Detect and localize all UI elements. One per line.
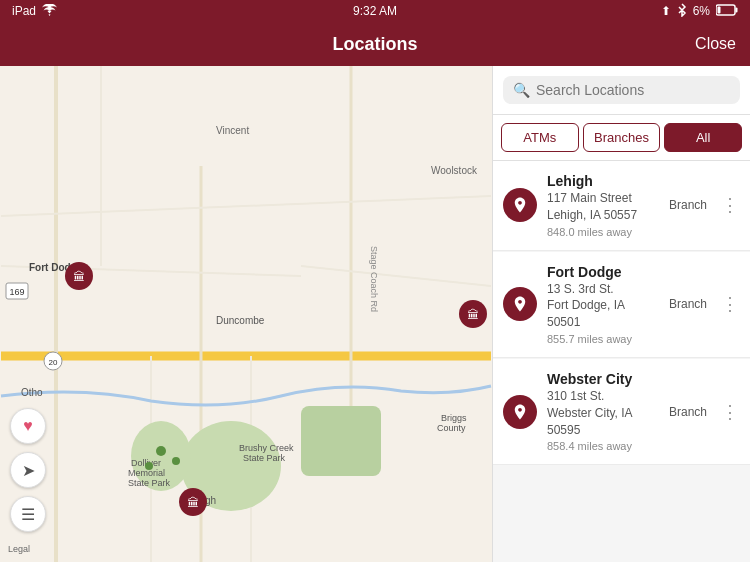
svg-text:🏛: 🏛 <box>467 308 479 322</box>
svg-text:20: 20 <box>49 358 58 367</box>
search-icon: 🔍 <box>513 82 530 98</box>
list-item[interactable]: Fort Dodge 13 S. 3rd St.Fort Dodge, IA 5… <box>493 252 750 358</box>
search-input[interactable] <box>536 82 730 98</box>
location-name: Webster City <box>547 371 659 387</box>
right-panel: 🔍 ATMs Branches All Lehigh 117 Main Stre… <box>492 66 750 562</box>
svg-text:Woolstock: Woolstock <box>431 165 478 176</box>
svg-text:Stage Coach Rd: Stage Coach Rd <box>369 246 379 312</box>
battery-label: 6% <box>693 4 710 18</box>
svg-point-45 <box>145 462 153 470</box>
favorites-button[interactable]: ♥ <box>10 408 46 444</box>
svg-text:Vincent: Vincent <box>216 125 249 136</box>
wifi-icon <box>42 4 57 19</box>
tab-branches[interactable]: Branches <box>583 123 661 152</box>
location-address: 117 Main StreetLehigh, IA 50557 <box>547 190 659 224</box>
location-pin-icon <box>503 188 537 222</box>
svg-text:State Park: State Park <box>243 453 286 463</box>
svg-text:169: 169 <box>9 287 24 297</box>
svg-text:Briggs: Briggs <box>441 413 467 423</box>
search-input-wrap[interactable]: 🔍 <box>503 76 740 104</box>
legal-text: Legal <box>8 544 30 554</box>
heart-icon: ♥ <box>23 417 33 435</box>
title-bar: Locations Close <box>0 22 750 66</box>
more-options-button[interactable]: ⋮ <box>717 401 740 423</box>
svg-text:🏛: 🏛 <box>73 270 85 284</box>
location-type: Branch <box>669 198 707 212</box>
list-button[interactable]: ☰ <box>10 496 46 532</box>
location-info: Webster City 310 1st St.Webster City, IA… <box>547 371 659 452</box>
location-type: Branch <box>669 405 707 419</box>
status-bar: iPad 9:32 AM ⬆ 6% <box>0 0 750 22</box>
status-right: ⬆ 6% <box>661 3 738 20</box>
status-time: 9:32 AM <box>353 4 397 18</box>
map-svg: Stage Coach Rd Vincent Woolstock Fort Do… <box>0 66 492 562</box>
search-box: 🔍 <box>493 66 750 115</box>
map-controls: ♥ ➤ ☰ <box>10 408 46 532</box>
filter-tabs: ATMs Branches All <box>493 115 750 161</box>
navigation-icon: ➤ <box>22 461 35 480</box>
map-area[interactable]: Stage Coach Rd Vincent Woolstock Fort Do… <box>0 66 492 562</box>
location-icon: ⬆ <box>661 4 671 18</box>
location-pin-icon <box>503 395 537 429</box>
more-options-button[interactable]: ⋮ <box>717 194 740 216</box>
location-name: Lehigh <box>547 173 659 189</box>
status-left: iPad <box>12 4 57 19</box>
main-layout: Stage Coach Rd Vincent Woolstock Fort Do… <box>0 66 750 562</box>
svg-text:Otho: Otho <box>21 387 43 398</box>
tab-all[interactable]: All <box>664 123 742 152</box>
location-distance: 848.0 miles away <box>547 226 659 238</box>
svg-text:County: County <box>437 423 466 433</box>
svg-text:Brushy Creek: Brushy Creek <box>239 443 294 453</box>
location-pin-icon <box>503 287 537 321</box>
location-info: Fort Dodge 13 S. 3rd St.Fort Dodge, IA 5… <box>547 264 659 345</box>
location-address: 310 1st St.Webster City, IA 50595 <box>547 388 659 438</box>
svg-rect-2 <box>718 6 721 13</box>
more-options-button[interactable]: ⋮ <box>717 293 740 315</box>
location-name: Fort Dodge <box>547 264 659 280</box>
location-info: Lehigh 117 Main StreetLehigh, IA 50557 8… <box>547 173 659 238</box>
location-distance: 858.4 miles away <box>547 440 659 452</box>
list-icon: ☰ <box>21 505 35 524</box>
device-label: iPad <box>12 4 36 18</box>
location-button[interactable]: ➤ <box>10 452 46 488</box>
location-list: Lehigh 117 Main StreetLehigh, IA 50557 8… <box>493 161 750 562</box>
svg-point-43 <box>156 446 166 456</box>
list-item[interactable]: Lehigh 117 Main StreetLehigh, IA 50557 8… <box>493 161 750 251</box>
svg-text:State Park: State Park <box>128 478 171 488</box>
close-button[interactable]: Close <box>695 35 736 53</box>
tab-atms[interactable]: ATMs <box>501 123 579 152</box>
location-type: Branch <box>669 297 707 311</box>
location-address: 13 S. 3rd St.Fort Dodge, IA 50501 <box>547 281 659 331</box>
svg-text:Duncombe: Duncombe <box>216 315 265 326</box>
battery-icon <box>716 4 738 19</box>
svg-point-44 <box>172 457 180 465</box>
svg-rect-19 <box>301 406 381 476</box>
svg-text:🏛: 🏛 <box>187 496 199 510</box>
svg-rect-1 <box>736 7 738 12</box>
bluetooth-icon <box>677 3 687 20</box>
location-distance: 855.7 miles away <box>547 333 659 345</box>
page-title: Locations <box>332 34 417 55</box>
svg-text:Memorial: Memorial <box>128 468 165 478</box>
list-item[interactable]: Webster City 310 1st St.Webster City, IA… <box>493 359 750 465</box>
